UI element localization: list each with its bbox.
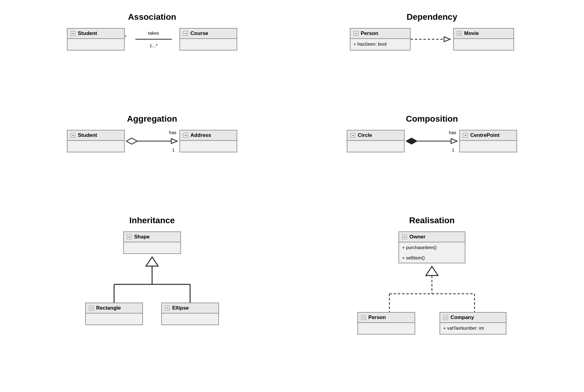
dependency-person-class: − Person + hasSeen: bool [350, 28, 411, 50]
minus-icon: − [71, 31, 75, 36]
inheritance-shape-body [124, 242, 180, 253]
association-student-name: Student [78, 30, 97, 36]
composition-arrow-area: has 1 [405, 130, 459, 152]
section-association: Association − Student * takes [18, 12, 286, 96]
dependency-person-header: − Person [350, 29, 410, 39]
assoc-mult-star: * [125, 34, 127, 39]
composition-centrepoint-body [460, 141, 516, 152]
aggregation-student-header: − Student [68, 130, 124, 141]
inheritance-diagram: − Shape [76, 231, 228, 325]
assoc-line-container: takes 1...* [128, 30, 179, 48]
minus-icon-5: − [71, 133, 75, 138]
composition-centrepoint-header: − CentrePoint [460, 130, 516, 141]
aggregation-arrow-svg [126, 136, 178, 147]
aggregation-student-name: Student [78, 132, 97, 138]
inheritance-shape-name: Shape [134, 234, 150, 240]
composition-circle-class: − Circle [347, 130, 405, 152]
association-arrow-row: * takes 1...* [125, 30, 179, 48]
assoc-line-svg [135, 36, 172, 42]
aggr-mult-label: 1 [172, 147, 175, 152]
comp-has-label: has [449, 130, 456, 135]
association-student-body [68, 39, 124, 50]
inheritance-shape-header: − Shape [124, 232, 180, 242]
section-inheritance: Inheritance − Shape [18, 216, 286, 380]
composition-title: Composition [406, 114, 458, 124]
aggregation-arrow-area: has 1 [125, 130, 179, 152]
section-composition: Composition − Circle has [298, 114, 566, 198]
realisation-person-header: − Person [358, 313, 415, 323]
minus-icon-14: − [443, 315, 448, 320]
association-course-name: Course [190, 30, 208, 36]
aggr-has-label: has [169, 130, 176, 135]
association-course-header: − Course [180, 29, 237, 39]
realisation-owner-class: − Owner + purchaseItem() + sellItem() [398, 231, 465, 263]
svg-marker-3 [126, 138, 137, 144]
dependency-movie-name: Movie [464, 30, 479, 36]
inheritance-children: − Rectangle − Ellipse [85, 303, 219, 325]
realisation-person-name: Person [368, 314, 386, 321]
comp-mult-label: 1 [452, 147, 454, 152]
association-course-class: − Course [179, 28, 237, 50]
realisation-company-class: − Company + vatTaxNumber: int [440, 312, 506, 335]
composition-circle-body [347, 141, 404, 152]
composition-centrepoint-name: CentrePoint [470, 132, 499, 138]
dependency-movie-class: − Movie [453, 28, 514, 50]
composition-centrepoint-class: − CentrePoint [459, 130, 517, 152]
realisation-company-name: Company [450, 314, 474, 321]
assoc-takes-label: takes [148, 30, 159, 36]
inheritance-ellipse-name: Ellipse [172, 305, 189, 311]
composition-circle-name: Circle [358, 132, 372, 138]
dependency-arrow-svg [411, 33, 453, 45]
realisation-company-header: − Company [440, 313, 506, 323]
aggregation-title: Aggregation [127, 114, 177, 124]
composition-arrow-svg [406, 136, 458, 147]
inheritance-ellipse-class: − Ellipse [161, 303, 219, 325]
realisation-title: Realisation [409, 216, 454, 225]
svg-marker-2 [444, 37, 450, 42]
dependency-movie-header: − Movie [454, 29, 513, 39]
inheritance-rectangle-body [86, 314, 142, 324]
association-student-header: − Student [68, 29, 124, 39]
minus-icon-8: − [463, 133, 468, 138]
svg-marker-14 [426, 266, 438, 276]
dependency-person-name: Person [361, 30, 378, 36]
dependency-person-body: + hasSeen: bool [350, 39, 410, 50]
minus-icon-7: − [350, 133, 355, 138]
minus-icon-2: − [183, 31, 188, 36]
svg-marker-6 [406, 138, 417, 144]
inheritance-title: Inheritance [129, 216, 175, 225]
inheritance-rectangle-header: − Rectangle [86, 303, 142, 314]
minus-icon-13: − [361, 315, 366, 320]
svg-marker-8 [451, 139, 457, 144]
realisation-owner-body: + purchaseItem() + sellItem() [399, 242, 465, 263]
inheritance-lines-svg [76, 254, 228, 306]
aggregation-student-class: − Student [67, 130, 125, 152]
svg-marker-5 [171, 139, 177, 144]
association-title: Association [128, 12, 176, 22]
realisation-company-body: + vatTaxNumber: int [440, 323, 506, 334]
inheritance-rectangle-name: Rectangle [96, 305, 121, 311]
composition-circle-header: − Circle [347, 130, 404, 141]
realisation-owner-header: − Owner [399, 232, 465, 242]
realisation-children: − Person − Company + vatTaxNumber: int [357, 312, 506, 335]
section-aggregation: Aggregation − Student has [18, 114, 286, 198]
association-diagram: − Student * takes [67, 28, 237, 50]
aggregation-address-body [180, 141, 237, 152]
aggregation-student-body [68, 141, 124, 152]
aggregation-address-header: − Address [180, 130, 237, 141]
dependency-movie-body [454, 39, 513, 50]
assoc-mult-label: 1...* [150, 43, 158, 48]
sections-grid: Association − Student * takes [18, 12, 566, 380]
minus-icon-10: − [89, 306, 94, 310]
minus-icon-12: − [402, 234, 407, 239]
section-dependency: Dependency − Person + hasSeen: bool [298, 12, 566, 96]
aggregation-address-class: − Address [179, 130, 237, 152]
minus-icon-3: − [353, 31, 358, 36]
dependency-title: Dependency [407, 12, 457, 22]
minus-icon-9: − [127, 234, 132, 239]
inheritance-ellipse-header: − Ellipse [162, 303, 218, 314]
inheritance-rectangle-class: − Rectangle [85, 303, 143, 325]
minus-icon-11: − [165, 306, 170, 310]
association-course-body [180, 39, 237, 50]
aggregation-diagram: − Student has 1 [67, 130, 237, 152]
